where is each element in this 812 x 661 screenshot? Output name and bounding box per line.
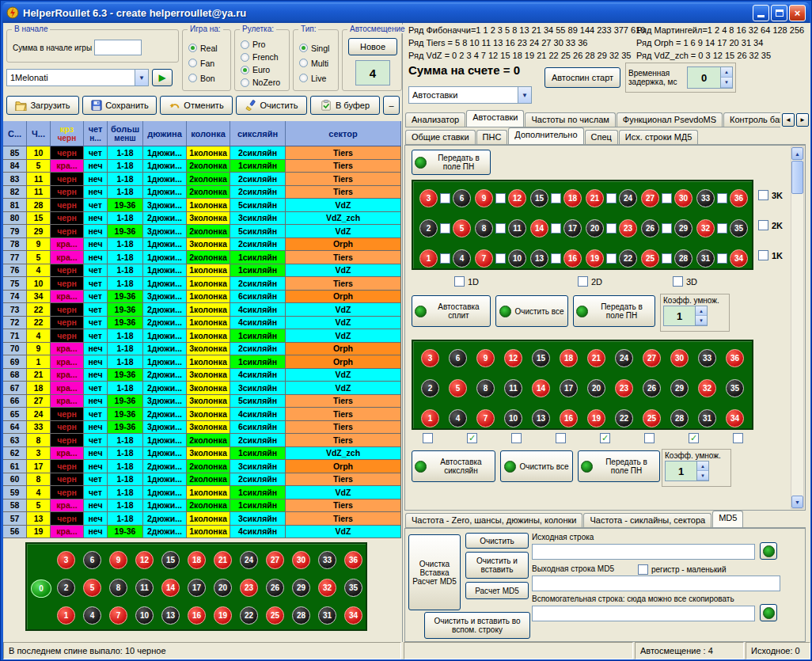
clear-all-button[interactable]: Очистить все	[495, 295, 568, 327]
number-6[interactable]: 6	[449, 349, 467, 367]
autobet-split-button[interactable]: Автоставка сплит	[412, 295, 491, 327]
number-23[interactable]: 23	[615, 379, 633, 397]
tab-Частоты по числам[interactable]: Частоты по числам	[525, 112, 615, 127]
board-number-28[interactable]: 28	[292, 606, 310, 625]
sixline-checkbox-5[interactable]: ✓	[600, 433, 610, 443]
subtab-Дополнительно[interactable]: Дополнительно	[508, 127, 583, 144]
md5-calc-button[interactable]: Расчет MD5	[465, 582, 529, 599]
number-34[interactable]: 34	[730, 249, 748, 268]
board-number-10[interactable]: 10	[135, 606, 154, 625]
table-row[interactable]: 8128чернчет19-363дюжи...1колонка5сикляйн…	[3, 199, 401, 212]
sixline-checkbox-8[interactable]	[733, 433, 743, 443]
number-30[interactable]: 30	[674, 189, 692, 207]
transfer-to-pn-button[interactable]: Передать в поле ПН	[412, 150, 491, 175]
number-34[interactable]: 34	[726, 409, 744, 427]
board-number-17[interactable]: 17	[188, 579, 206, 597]
split-checkbox-14-17[interactable]	[551, 223, 561, 234]
number-24[interactable]: 24	[615, 349, 633, 367]
number-15[interactable]: 15	[530, 189, 548, 207]
split-checkbox-3-6[interactable]	[440, 193, 450, 203]
number-30[interactable]: 30	[670, 349, 689, 367]
checkbox-3D[interactable]	[673, 276, 683, 287]
checkbox-3K[interactable]	[758, 190, 768, 200]
number-26[interactable]: 26	[641, 219, 659, 237]
number-36[interactable]: 36	[730, 189, 748, 207]
to-buffer-button[interactable]: В буфер	[310, 96, 380, 115]
board-number-13[interactable]: 13	[161, 606, 180, 625]
scroll-thumb[interactable]	[791, 161, 803, 194]
number-18[interactable]: 18	[563, 189, 582, 207]
tab-scroll-right-button[interactable]: ►	[796, 113, 809, 127]
table-row[interactable]: 8311черннеч1-181дюжи...2колонка2сикляйнT…	[3, 173, 401, 186]
md5-go-button-1[interactable]	[760, 542, 777, 560]
scroll-up-icon[interactable]: ▲	[791, 147, 803, 160]
board-number-31[interactable]: 31	[318, 606, 336, 625]
number-29[interactable]: 29	[674, 219, 692, 237]
number-12[interactable]: 12	[508, 189, 526, 207]
board-number-2[interactable]: 2	[57, 579, 75, 597]
subtab-Общие ставки[interactable]: Общие ставки	[405, 130, 476, 144]
md5-clear-paste-button[interactable]: Очистить и вставить	[465, 552, 529, 579]
table-row[interactable]: 775кра...неч1-181дюжи...2колонка1сикляйн…	[3, 251, 401, 264]
number-31[interactable]: 31	[696, 249, 715, 268]
board-number-8[interactable]: 8	[109, 579, 127, 597]
number-27[interactable]: 27	[643, 349, 661, 367]
checkbox[interactable]	[638, 564, 648, 575]
split-checkbox-19-22[interactable]	[606, 253, 617, 264]
number-8[interactable]: 8	[475, 219, 493, 237]
number-28[interactable]: 28	[674, 249, 692, 268]
radio-euro[interactable]: Euro	[235, 63, 289, 76]
number-5[interactable]: 5	[449, 379, 467, 397]
board-number-36[interactable]: 36	[344, 551, 362, 569]
sixline-checkbox-7[interactable]: ✓	[689, 433, 699, 443]
table-row[interactable]: 6117черннеч1-182дюжи...2колонка3сикляйнO…	[3, 460, 401, 473]
tab-Частота - сиклайны, сектора[interactable]: Частота - сиклайны, сектора	[583, 513, 711, 527]
radio-french[interactable]: French	[235, 51, 289, 63]
split-checkbox-27-30[interactable]	[662, 193, 672, 203]
table-row[interactable]: 6524чернчет19-362дюжи...3колонка4сикляйн…	[3, 408, 401, 421]
subtab-Спец[interactable]: Спец	[585, 130, 618, 144]
split-checkbox-31-34[interactable]	[717, 253, 727, 264]
spin-down-icon[interactable]: ▼	[697, 471, 708, 481]
board-number-11[interactable]: 11	[135, 579, 154, 597]
minus-button[interactable]: –	[383, 96, 400, 115]
radio-bon[interactable]: Bon	[183, 70, 230, 85]
md5-clear-paste-aux-button[interactable]: Очистить и вставить во вспом. строку	[424, 612, 530, 639]
board-number-14[interactable]: 14	[161, 579, 180, 597]
number-28[interactable]: 28	[670, 409, 689, 427]
spin-up-icon[interactable]: ▲	[721, 67, 732, 78]
board-number-23[interactable]: 23	[240, 579, 258, 597]
number-29[interactable]: 29	[670, 379, 689, 397]
board-number-35[interactable]: 35	[344, 579, 362, 597]
radio-singl[interactable]: Singl	[294, 40, 338, 55]
board-number-22[interactable]: 22	[240, 606, 258, 625]
number-16[interactable]: 16	[560, 409, 578, 427]
table-row[interactable]: 8015черннеч1-182дюжи...3колонка3сикляйнV…	[3, 212, 401, 226]
table-row[interactable]: 594чернчет1-181дюжи...1колонка1сикляйнVd…	[3, 486, 401, 500]
table-row[interactable]: 8211черннеч1-181дюжи...2колонка2сикляйнT…	[3, 186, 401, 199]
number-13[interactable]: 13	[532, 409, 550, 427]
board-number-6[interactable]: 6	[83, 551, 101, 569]
number-16[interactable]: 16	[563, 249, 582, 268]
table-row[interactable]: 6821кра...неч19-362дюжи...3колонка4сикля…	[3, 369, 401, 382]
coef-spinner-1[interactable]: 1 ▲▼	[663, 306, 708, 326]
minimize-button[interactable]	[753, 5, 769, 21]
table-row[interactable]: 6627кра...неч19-363дюжи...3колонка5сикля…	[3, 395, 401, 408]
number-4[interactable]: 4	[453, 249, 471, 268]
table-row[interactable]: 7222чернчет19-362дюжи...1колонка4сикляйн…	[3, 317, 401, 330]
number-14[interactable]: 14	[532, 379, 550, 397]
radio-real[interactable]: Real	[183, 40, 230, 55]
number-7[interactable]: 7	[475, 249, 493, 268]
table-row[interactable]: 5619кра...неч19-362дюжи...1колонка4сикля…	[3, 526, 401, 539]
number-7[interactable]: 7	[476, 409, 495, 427]
table-row[interactable]: 845кра...неч1-181дюжи...2колонка1сикляйн…	[3, 160, 401, 173]
tab-Контроль банкрол[interactable]: Контроль банкрол	[723, 112, 780, 127]
board-number-15[interactable]: 15	[161, 551, 180, 569]
table-row[interactable]: 714чернчет1-181дюжи...1колонка1сикляйнVd…	[3, 329, 401, 343]
save-button[interactable]: Сохранить	[82, 96, 157, 115]
number-25[interactable]: 25	[643, 409, 661, 427]
number-32[interactable]: 32	[698, 379, 716, 397]
sixline-checkbox-6[interactable]	[644, 433, 655, 443]
board-number-26[interactable]: 26	[266, 579, 284, 597]
sixline-checkbox-1[interactable]	[423, 433, 433, 443]
